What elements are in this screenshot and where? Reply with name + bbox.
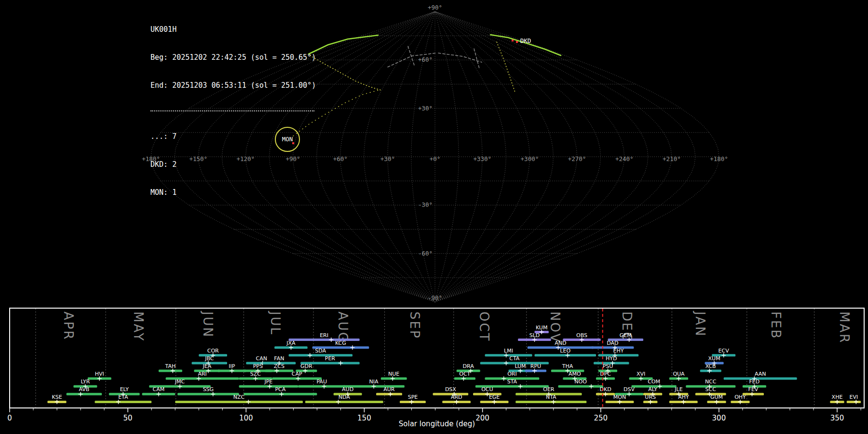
shower-label: COM [648, 379, 660, 385]
shower-label: IIP [229, 363, 235, 369]
shower-label: JBC [204, 355, 214, 362]
shower-label: NCC [705, 379, 717, 385]
shower-label: PPS [253, 363, 263, 369]
shower-JPE: JPE [239, 379, 298, 389]
shower-JXA: JXA [274, 340, 308, 350]
shower-label: DSX [445, 386, 456, 393]
map-lon-label: +30° [380, 155, 395, 163]
map-lat-label: -60° [418, 250, 433, 257]
shower-label: SSG [203, 386, 214, 393]
ecliptic-dotted-left [310, 55, 381, 90]
shower-bar [485, 354, 532, 356]
month-label-may: MAY [131, 312, 146, 342]
shower-bar [159, 370, 182, 372]
shower-label: QUA [673, 371, 685, 377]
shower-OCT: OCT [454, 371, 475, 381]
month-label-jun: JUN [201, 311, 215, 338]
begin-time: Beg: 20251202 22:42:25 (sol = 250.65°) [150, 53, 316, 62]
shower-label: XUM [708, 355, 720, 362]
dkd-meteor-dot [512, 40, 514, 41]
shower-label: LYR [81, 379, 90, 385]
month-label-aug: AUG [336, 312, 350, 343]
shower-OBS: OBS [563, 332, 600, 342]
shower-label: ETA [118, 394, 128, 400]
shower-label: GUM [710, 394, 723, 400]
shower-label: ALY [648, 386, 657, 393]
shower-URS: URS [643, 394, 657, 404]
map-pole-label-top: +90° [428, 4, 442, 11]
shower-label: SCC [705, 386, 717, 393]
map-lon-label: +0° [430, 155, 441, 163]
shower-label: PSU [603, 363, 613, 369]
shower-label: XVI [637, 371, 645, 377]
separator-dotted-line [150, 110, 314, 111]
shower-label: NIA [369, 379, 379, 385]
shower-label: JMC [175, 379, 185, 385]
shower-XHE: XHE [830, 394, 844, 404]
shower-label: GEM [620, 332, 632, 339]
shower-AAN: AAN [724, 371, 797, 381]
month-label-mar: MAR [837, 312, 852, 344]
map-lat-label: -30° [418, 201, 433, 208]
shower-label: TAH [165, 363, 176, 369]
shower-LEO: LEO [535, 348, 597, 358]
shower-bar [177, 393, 239, 395]
shower-label: LUM [515, 363, 526, 369]
shower-label: PER [325, 355, 336, 362]
shower-bar [591, 346, 634, 349]
shower-SPE: SPE [400, 394, 426, 404]
shower-bar [847, 401, 861, 403]
shower-AUR: AUR [376, 386, 402, 396]
shower-label: KUM [536, 325, 547, 331]
shower-label: NTA [546, 394, 556, 400]
shower-HVI: HVI [88, 371, 111, 381]
map-lat-label: +60° [418, 56, 433, 63]
map-lon-label: +210° [663, 155, 681, 163]
shower-label: NOO [574, 379, 587, 385]
shower-label: SDA [315, 348, 326, 354]
shower-bar [175, 401, 303, 403]
shower-bar [724, 378, 797, 380]
shower-label: HVI [95, 371, 104, 377]
shower-label: AAN [755, 371, 766, 377]
shower-label: JEA [203, 363, 212, 369]
shower-label: AUD [342, 386, 353, 393]
shower-label: CAN [256, 355, 267, 362]
shower-label: PAU [316, 379, 327, 385]
shower-bar [558, 385, 603, 388]
shower-ETA: ETA [95, 394, 152, 404]
dkd-meteor-dot [516, 41, 518, 43]
shower-label: DAD [607, 340, 618, 346]
activity-timeline: APRMAYJUNJULAUGSEPOCTNOVDECJANFEBMARKUME… [7, 308, 864, 428]
shower-label: DSV [624, 386, 635, 393]
count-sporadic: ...: 7 [150, 132, 316, 141]
shower-label: AND [555, 340, 566, 346]
shower-label: SLD [529, 332, 540, 339]
peak-marker [504, 361, 508, 365]
shower-CAM: CAM [142, 386, 176, 396]
shower-label: LMI [504, 348, 513, 354]
shower-label: SPE [408, 394, 418, 400]
end-time: End: 20251203 06:53:11 (sol = 251.00°) [150, 81, 316, 90]
shower-label: PCA [275, 386, 285, 393]
shower-label: DKD [600, 386, 611, 393]
shower-label: ARD [451, 394, 462, 400]
map-pole-label-bottom: -90° [428, 294, 442, 301]
shower-SLD: SLD [518, 332, 551, 342]
shower-label: ERI [320, 332, 328, 339]
shower-label: AVB [79, 386, 89, 393]
shower-label: JLE [674, 386, 682, 393]
shower-bar [67, 393, 102, 395]
shower-label: JXA [286, 340, 296, 346]
dkd-radiant-label: DKD [520, 37, 531, 44]
shower-label: EGE [489, 394, 500, 400]
axis-tick-label: 250 [594, 414, 608, 422]
shower-bar [598, 354, 638, 356]
shower-label: STA [507, 379, 517, 385]
map-lon-label: +270° [568, 155, 586, 163]
shower-label: OER [543, 386, 555, 393]
peak-marker [589, 384, 594, 389]
shower-label: URS [645, 394, 656, 400]
shower-label: ELY [120, 386, 129, 393]
shower-label: FAN [274, 355, 284, 362]
